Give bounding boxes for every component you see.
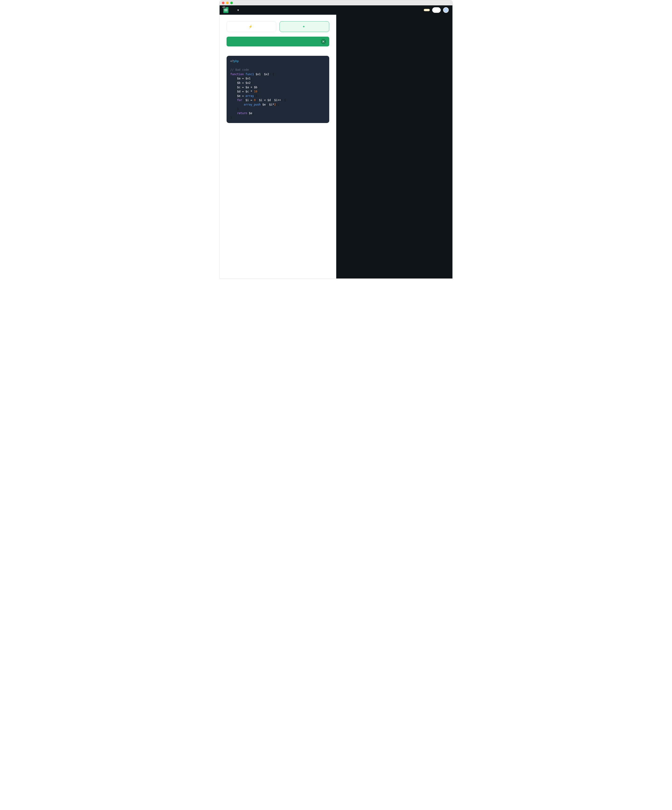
left-pane: ⚡ ✦ [220,15,336,278]
credits-pill[interactable] [432,7,441,13]
mode-faster-button[interactable]: ⚡ [227,21,276,32]
brand-logo-icon [223,7,228,13]
window-minimize-icon[interactable] [226,2,229,4]
uploaded-file-chip[interactable]: ✕ [227,37,329,46]
sparkles-icon: ✦ [302,25,305,29]
lightning-icon: ⚡ [249,25,252,29]
chevron-down-icon: ▾ [237,8,239,12]
mode-accurate-button[interactable]: ✦ [280,21,329,32]
window-close-icon[interactable] [222,2,224,4]
close-icon: ✕ [322,40,325,44]
avatar[interactable] [443,7,449,13]
window-zoom-icon[interactable] [230,2,233,4]
nav-browse-generators[interactable]: ▾ [236,8,239,12]
pro-plan-pill[interactable] [424,9,430,11]
top-nav: ▾ [220,5,452,15]
input-code-block: <?php // Bad code function func1($x1, $x… [227,56,329,123]
brand[interactable] [223,7,231,13]
macos-titlebar [220,0,452,5]
remove-file-button[interactable]: ✕ [321,39,326,44]
